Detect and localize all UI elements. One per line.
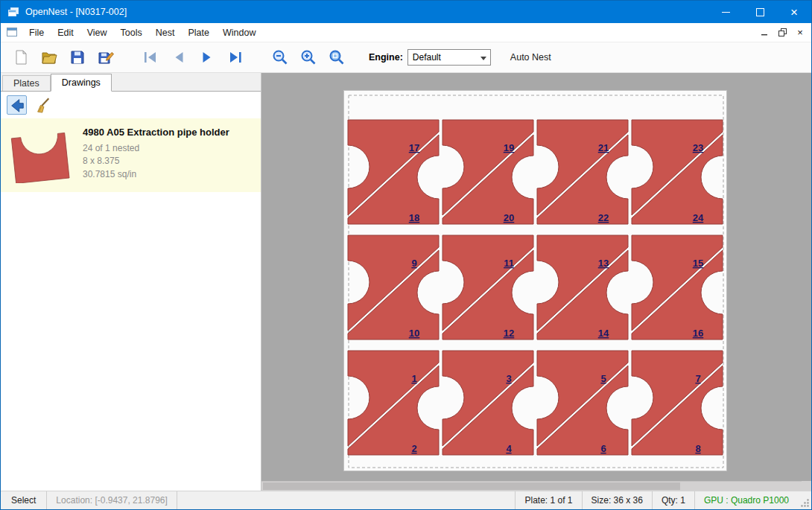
part-number-5: 5 (600, 373, 606, 384)
last-plate-button[interactable] (221, 45, 250, 70)
save-icon (69, 48, 86, 66)
first-plate-button[interactable] (136, 45, 165, 70)
app-window: OpenNest - [N0317-002] × File Edit View … (0, 0, 812, 510)
previous-plate-button[interactable] (165, 45, 193, 70)
status-qty: Qty: 1 (652, 491, 694, 509)
engine-label: Engine: (369, 52, 403, 63)
menu-file[interactable]: File (22, 24, 51, 42)
part-number-13: 13 (598, 258, 609, 269)
new-button[interactable] (7, 45, 35, 70)
part-number-22: 22 (598, 212, 609, 223)
part-number-16: 16 (693, 328, 703, 339)
engine-select[interactable]: Default (407, 49, 491, 66)
horizontal-scrollbar-thumb[interactable] (263, 482, 680, 490)
part-number-24: 24 (693, 212, 704, 223)
part-number-6: 6 (600, 443, 606, 454)
part-number-12: 12 (504, 328, 514, 339)
side-panel: Plates Drawings (1, 73, 261, 491)
menu-view[interactable]: View (80, 24, 114, 42)
flip-part-icon (9, 97, 25, 113)
tab-strip: Plates Drawings (1, 73, 261, 92)
status-size: Size: 36 x 36 (582, 491, 652, 509)
menu-bar: File Edit View Tools Nest Plate Window × (1, 23, 811, 42)
part-number-2: 2 (411, 443, 416, 454)
minimize-icon[interactable] (708, 1, 743, 23)
part-number-21: 21 (598, 142, 609, 153)
tab-drawings[interactable]: Drawings (51, 74, 112, 92)
plate-svg: 171819202122232491011121314151612345678 (344, 91, 728, 472)
part-number-7: 7 (695, 373, 700, 384)
status-mode: Select (1, 491, 47, 509)
title-bar: OpenNest - [N0317-002] × (1, 1, 811, 23)
part-number-11: 11 (504, 258, 514, 269)
mdi-restore-icon[interactable] (773, 25, 791, 41)
status-plate: Plate: 1 of 1 (515, 491, 581, 509)
flip-part-button[interactable] (7, 95, 27, 115)
zoom-out-icon (271, 48, 289, 66)
resize-grip-icon[interactable] (798, 491, 811, 509)
open-icon (40, 48, 58, 66)
first-plate-icon (142, 48, 159, 66)
part-number-9: 9 (411, 258, 416, 269)
part-number-23: 23 (693, 142, 703, 153)
part-number-10: 10 (409, 328, 419, 339)
part-number-18: 18 (409, 212, 419, 223)
part-number-8: 8 (695, 443, 700, 454)
window-title: OpenNest - [N0317-002] (25, 7, 127, 17)
clean-button[interactable] (33, 95, 53, 115)
main-toolbar: Engine: Default Auto Nest (1, 42, 811, 73)
horizontal-scrollbar[interactable] (261, 481, 811, 491)
menu-nest[interactable]: Nest (149, 24, 182, 42)
status-location: Location: [-0.9437, 21.8796] (47, 491, 177, 509)
status-bar: Select Location: [-0.9437, 21.8796] Plat… (1, 491, 811, 509)
next-plate-button[interactable] (193, 45, 221, 70)
open-button[interactable] (35, 45, 63, 70)
tab-plates[interactable]: Plates (2, 75, 51, 91)
save-edit-button[interactable] (92, 45, 120, 70)
zoom-fit-button[interactable] (323, 45, 351, 70)
drawing-area: 30.7815 sq/in (83, 168, 229, 181)
plate-sheet[interactable]: 171819202122232491011121314151612345678 (343, 90, 727, 471)
part-number-20: 20 (504, 212, 514, 223)
menu-edit[interactable]: Edit (51, 24, 80, 42)
drawing-title: 4980 A05 Extraction pipe holder (83, 127, 229, 138)
next-plate-icon (198, 48, 216, 66)
part-number-3: 3 (506, 373, 511, 384)
status-gpu: GPU : Quadro P1000 (694, 491, 798, 509)
app-icon (7, 6, 19, 18)
menu-tools[interactable]: Tools (114, 24, 149, 42)
drawing-list-item[interactable]: 4980 A05 Extraction pipe holder 24 of 1 … (1, 118, 261, 192)
previous-plate-icon (170, 48, 188, 66)
part-number-4: 4 (506, 443, 512, 454)
engine-value: Default (413, 52, 441, 63)
part-number-14: 14 (598, 328, 609, 339)
clean-icon (35, 97, 51, 113)
mdi-close-icon[interactable]: × (791, 25, 809, 41)
drawing-nested-count: 24 of 1 nested (83, 142, 229, 155)
chevron-down-icon (480, 57, 486, 60)
document-icon (6, 27, 18, 38)
maximize-icon[interactable] (743, 1, 777, 23)
save-button[interactable] (63, 45, 92, 70)
mdi-minimize-icon[interactable] (755, 25, 773, 41)
save-edit-icon (97, 48, 115, 66)
menu-window[interactable]: Window (216, 24, 262, 42)
part-number-17: 17 (409, 142, 419, 153)
auto-nest-label[interactable]: Auto Nest (510, 52, 551, 63)
part-number-1: 1 (411, 373, 416, 384)
zoom-in-button[interactable] (294, 45, 323, 70)
nest-canvas[interactable]: 171819202122232491011121314151612345678 (261, 73, 811, 491)
part-thumbnail (10, 125, 71, 183)
zoom-out-button[interactable] (266, 45, 294, 70)
part-number-15: 15 (693, 258, 703, 269)
scrollbar-corner (802, 481, 811, 491)
close-icon[interactable]: × (777, 1, 811, 23)
zoom-in-icon (299, 48, 317, 66)
menu-plate[interactable]: Plate (181, 24, 216, 42)
drawings-toolbar (1, 92, 261, 118)
drawing-size: 8 x 8.375 (83, 155, 229, 168)
zoom-fit-icon (328, 48, 346, 66)
new-icon (12, 48, 30, 66)
part-number-19: 19 (504, 142, 514, 153)
last-plate-icon (226, 48, 244, 66)
